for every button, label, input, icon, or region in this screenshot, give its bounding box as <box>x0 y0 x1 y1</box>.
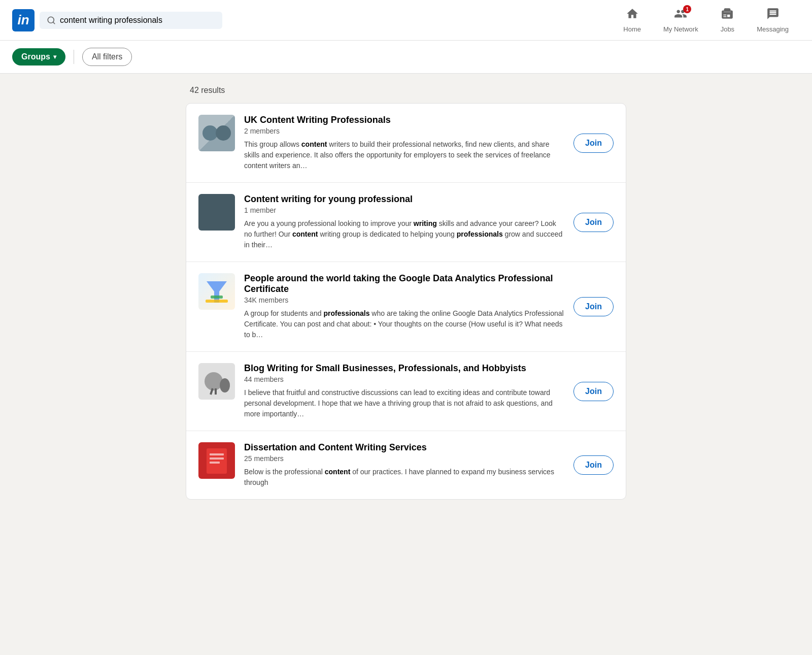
svg-rect-4 <box>206 300 228 303</box>
my-network-label: My Network <box>663 25 698 33</box>
result-members-3: 34K members <box>244 296 564 304</box>
result-info-1: UK Content Writing Professionals 2 membe… <box>244 115 564 171</box>
result-info-2: Content writing for young professional 1… <box>244 194 564 250</box>
svg-marker-2 <box>207 281 227 303</box>
main-content: 42 results UK Content Writing Profession… <box>178 86 634 500</box>
result-members-2: 1 member <box>244 206 564 214</box>
network-badge: 1 <box>683 5 691 13</box>
result-desc-3: A group for students and professionals w… <box>244 308 564 340</box>
search-input[interactable] <box>60 16 215 25</box>
result-title-5[interactable]: Dissertation and Content Writing Service… <box>244 442 564 453</box>
result-title-1[interactable]: UK Content Writing Professionals <box>244 115 564 125</box>
result-item: UK Content Writing Professionals 2 membe… <box>186 104 626 183</box>
join-button-5[interactable]: Join <box>573 455 614 475</box>
group-thumbnail-5 <box>198 442 235 479</box>
result-info-5: Dissertation and Content Writing Service… <box>244 442 564 488</box>
svg-rect-10 <box>210 453 224 455</box>
join-button-4[interactable]: Join <box>573 382 614 401</box>
nav-item-my-network[interactable]: 1 My Network <box>652 7 709 33</box>
result-item: People around the world taking the Googl… <box>186 262 626 352</box>
jobs-label: Jobs <box>721 25 734 33</box>
result-members-4: 44 members <box>244 375 564 383</box>
result-title-4[interactable]: Blog Writing for Small Businesses, Profe… <box>244 363 564 374</box>
results-card: UK Content Writing Professionals 2 membe… <box>186 103 626 500</box>
network-icon: 1 <box>674 7 687 23</box>
groups-filter-button[interactable]: Groups ▾ <box>12 48 65 66</box>
svg-rect-9 <box>207 448 227 474</box>
search-icon <box>47 16 56 25</box>
group-thumbnail-4 <box>198 363 235 400</box>
result-item: Content writing for young professional 1… <box>186 183 626 262</box>
svg-line-1 <box>53 22 54 23</box>
group-thumbnail-3 <box>198 273 235 310</box>
result-members-1: 2 members <box>244 127 564 135</box>
result-item: Blog Writing for Small Businesses, Profe… <box>186 352 626 431</box>
group-thumbnail-1 <box>198 115 235 151</box>
home-label: Home <box>623 25 641 33</box>
group-thumbnail-2 <box>198 194 235 231</box>
result-desc-4: I believe that fruitful and constructive… <box>244 387 564 419</box>
result-members-5: 25 members <box>244 454 564 463</box>
join-button-1[interactable]: Join <box>573 134 614 153</box>
join-button-3[interactable]: Join <box>573 297 614 316</box>
result-desc-5: Below is the professional content of our… <box>244 467 564 488</box>
result-item: Dissertation and Content Writing Service… <box>186 431 626 499</box>
home-icon <box>626 7 639 23</box>
all-filters-label: All filters <box>92 52 122 61</box>
svg-point-6 <box>220 378 230 392</box>
filter-bar: Groups ▾ All filters <box>0 41 812 74</box>
filter-divider <box>74 50 74 64</box>
nav-item-messaging[interactable]: Messaging <box>746 7 800 33</box>
result-info-4: Blog Writing for Small Businesses, Profe… <box>244 363 564 419</box>
all-filters-button[interactable]: All filters <box>82 48 132 66</box>
messaging-label: Messaging <box>757 25 789 33</box>
result-info-3: People around the world taking the Googl… <box>244 273 564 340</box>
nav-item-home[interactable]: Home <box>612 7 652 33</box>
svg-rect-12 <box>210 462 220 464</box>
linkedin-logo[interactable]: in <box>12 9 35 31</box>
result-title-2[interactable]: Content writing for young professional <box>244 194 564 205</box>
search-bar <box>40 12 222 29</box>
result-desc-1: This group allows content writers to bui… <box>244 139 564 171</box>
svg-rect-11 <box>210 457 224 460</box>
result-title-3[interactable]: People around the world taking the Googl… <box>244 273 564 294</box>
groups-chevron-icon: ▾ <box>53 53 56 60</box>
header: in Home 1 My Network <box>0 0 812 41</box>
nav-bar: Home 1 My Network Jobs <box>612 7 800 33</box>
jobs-icon <box>721 7 734 23</box>
svg-rect-3 <box>211 296 223 299</box>
result-desc-2: Are you a young professional looking to … <box>244 218 564 250</box>
groups-label: Groups <box>21 52 50 61</box>
join-button-2[interactable]: Join <box>573 213 614 232</box>
nav-item-jobs[interactable]: Jobs <box>709 7 746 33</box>
messaging-icon <box>766 7 780 23</box>
results-count: 42 results <box>186 86 626 95</box>
